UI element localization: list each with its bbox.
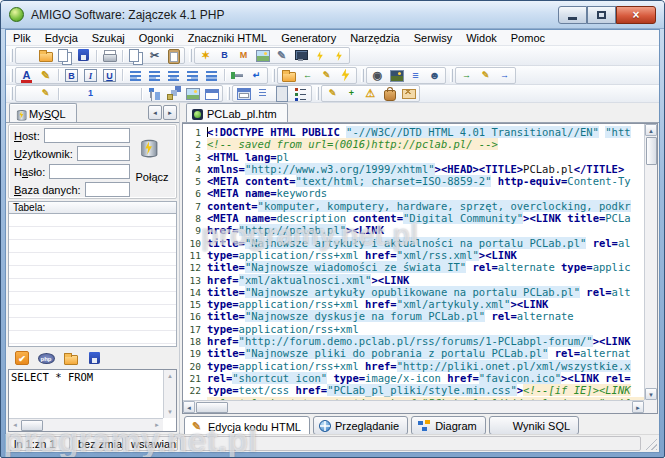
page-new-button[interactable]: +: [342, 86, 361, 101]
site-steps-button[interactable]: [164, 86, 183, 101]
code-line[interactable]: 19title="Najnowsze pliki do pobrania z p…: [183, 347, 644, 359]
site-tree-button[interactable]: [145, 86, 164, 101]
scroll-right-icon[interactable]: ►: [632, 401, 644, 413]
align-center-button[interactable]: [164, 68, 183, 83]
code-line[interactable]: 3<HTML lang=pl: [183, 151, 644, 163]
code-line[interactable]: 20type=application/rss+xml href="http://…: [183, 360, 644, 372]
menu-item-1[interactable]: Edycja: [38, 31, 85, 45]
bold-button[interactable]: B: [62, 68, 81, 83]
italic-button[interactable]: I: [81, 68, 100, 83]
horizontal-rule-button[interactable]: [228, 68, 247, 83]
new-file-button[interactable]: [17, 48, 36, 63]
menu-item-3[interactable]: Ogonki: [132, 31, 181, 45]
sql-open-button[interactable]: [58, 351, 82, 366]
code-line[interactable]: 14title="Najnowsze artykuły opublikowane…: [183, 286, 644, 298]
tab-mysql[interactable]: MySQL: [9, 103, 77, 122]
code-line[interactable]: 6<META name=keywords: [183, 187, 644, 199]
mail-button[interactable]: [399, 86, 418, 101]
table-grid-button[interactable]: [62, 86, 81, 101]
minimize-button[interactable]: [558, 6, 587, 24]
menu-item-2[interactable]: Szukaj: [85, 31, 132, 45]
copy-button[interactable]: [126, 48, 145, 63]
save-button[interactable]: [74, 48, 93, 63]
doc-meta-button[interactable]: M: [234, 48, 253, 63]
menu-item-8[interactable]: Widok: [459, 31, 504, 45]
vertical-scrollbar-thumb[interactable]: [646, 137, 657, 165]
tab-scroll-right-button[interactable]: ►: [163, 105, 177, 120]
tab-scroll-left-button[interactable]: ◄: [148, 105, 162, 120]
sql-vertical-scrollbar[interactable]: ▲ ▼: [163, 370, 176, 418]
scroll-up-icon[interactable]: ▲: [645, 124, 657, 136]
insert-avatar-button[interactable]: [253, 48, 272, 63]
insert-table-button[interactable]: [17, 86, 36, 101]
open-file-button[interactable]: [36, 48, 55, 63]
horizontal-scrollbar-thumb[interactable]: [196, 402, 228, 413]
scroll-up-icon[interactable]: ▲: [164, 370, 176, 382]
code-line[interactable]: 16title="Najnowsze dyskusje na forum PCL…: [183, 310, 644, 322]
paste-button[interactable]: [164, 48, 183, 63]
code-line[interactable]: 18href="http://forum.demo.pclab.pl/rss/f…: [183, 335, 644, 347]
align-left-button[interactable]: [145, 68, 164, 83]
form-list-button[interactable]: [291, 86, 310, 101]
sql-php-button[interactable]: php: [34, 351, 58, 366]
editor-horizontal-scrollbar[interactable]: ◄ ►: [183, 400, 644, 413]
code-editor[interactable]: 1<!DOCTYPE HTML PUBLIC "-//W3C//DTD HTML…: [182, 123, 658, 414]
script-js-button[interactable]: [329, 48, 348, 63]
php-folder-button[interactable]: [279, 68, 298, 83]
code-line[interactable]: 10title="Najnowsze artykuły i aktualnośc…: [183, 237, 644, 249]
doc-bold-button[interactable]: B: [215, 48, 234, 63]
edit-table-button[interactable]: ✎: [36, 86, 55, 101]
script-php-button[interactable]: [310, 48, 329, 63]
code-line[interactable]: 7content="komputer, komputery, hardware,…: [183, 200, 644, 212]
insert-picture-button[interactable]: [387, 68, 406, 83]
form-text-button[interactable]: [253, 86, 272, 101]
quick-script-button[interactable]: [336, 68, 355, 83]
page-export-button[interactable]: →: [495, 68, 514, 83]
resize-grip[interactable]: [645, 438, 657, 450]
justify-button[interactable]: [202, 68, 221, 83]
align-right-button[interactable]: [183, 68, 202, 83]
table-list-header[interactable]: Tabela:: [8, 201, 177, 214]
close-button[interactable]: ×: [616, 6, 656, 24]
print-button[interactable]: [100, 48, 119, 63]
code-line[interactable]: 21rel="shortcut icon" type=image/x-icon …: [183, 372, 644, 384]
browser-window-button[interactable]: [202, 86, 221, 101]
insert-person-button[interactable]: ☻: [425, 68, 444, 83]
code-edit-button[interactable]: ✎: [323, 86, 342, 101]
multimedia-button[interactable]: [291, 48, 310, 63]
indent-button[interactable]: [126, 68, 145, 83]
code-line[interactable]: 1<!DOCTYPE HTML PUBLIC "-//W3C//DTD HTML…: [183, 126, 644, 138]
sql-execute-button[interactable]: ✔: [10, 351, 34, 366]
tab-diagram[interactable]: Diagram: [411, 416, 486, 435]
scroll-left-icon[interactable]: ◄: [9, 419, 21, 431]
page-import-button[interactable]: →: [457, 68, 476, 83]
sql-query-text[interactable]: SELECT * FROM: [11, 371, 162, 417]
line-break-button[interactable]: ↵: [247, 68, 266, 83]
menu-item-9[interactable]: Pomoc: [504, 31, 552, 45]
clean-code-button[interactable]: ✶: [196, 48, 215, 63]
font-edit-button[interactable]: ✎: [36, 68, 55, 83]
table-rows-button[interactable]: [119, 86, 138, 101]
connect-button[interactable]: Połącz: [130, 137, 174, 183]
code-line[interactable]: 5<META content="text/html; charset=ISO-8…: [183, 175, 644, 187]
scroll-down-icon[interactable]: ▼: [645, 388, 657, 400]
code-line[interactable]: 22type=text/css href="PCLab_pl_pliki/sty…: [183, 384, 644, 396]
image-window-button[interactable]: [183, 86, 202, 101]
maximize-button[interactable]: [587, 6, 616, 24]
code-line[interactable]: 11type=application/rss+xml href="xml/rss…: [183, 249, 644, 261]
validate-button[interactable]: ⚠: [361, 86, 380, 101]
code-line[interactable]: 4xmlns="http://www.w3.org/1999/xhtml"><H…: [183, 163, 644, 175]
sql-editor[interactable]: SELECT * FROM ▲ ▼ ◄ ►: [8, 369, 177, 432]
save-as-button[interactable]: [55, 48, 74, 63]
tab-sql-results[interactable]: Wyniki SQL: [489, 416, 579, 435]
code-text[interactable]: 1<!DOCTYPE HTML PUBLIC "-//W3C//DTD HTML…: [183, 124, 644, 400]
title-bar[interactable]: AMIGO Software: Zajączek 4.1 PHP ×: [1, 1, 664, 29]
code-line[interactable]: 9href="http://pclab.pl"><LINK: [183, 224, 644, 236]
code-line[interactable]: 8<META name=description content="Digital…: [183, 212, 644, 224]
haslo-field[interactable]: [49, 164, 130, 179]
code-line[interactable]: 2<!-- saved from url=(0016)http://pclab.…: [183, 138, 644, 150]
tab-pclab-file[interactable]: PCLab_pl.htm: [186, 103, 288, 122]
scroll-down-icon[interactable]: ▼: [164, 406, 176, 418]
insert-calendar-button[interactable]: 1: [81, 86, 100, 101]
menu-item-0[interactable]: Plik: [6, 31, 38, 45]
